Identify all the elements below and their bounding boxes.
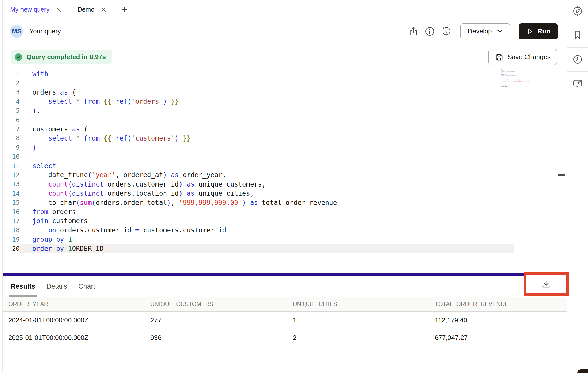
run-label: Run	[537, 27, 550, 35]
develop-dropdown[interactable]: Develop	[460, 23, 510, 39]
close-icon[interactable]	[56, 6, 62, 13]
column-header[interactable]: ORDER_YEAR	[8, 301, 150, 308]
download-icon	[541, 279, 551, 289]
code-text: count(distinct orders.location_id) as un…	[20, 189, 514, 198]
history-button[interactable]	[439, 24, 453, 39]
line-number: 4	[3, 98, 20, 105]
code-line-15[interactable]: 15 to_char(sum(orders.order_total), '999…	[3, 198, 514, 207]
new-tab-button[interactable]	[115, 0, 134, 19]
code-line-18[interactable]: 18 on orders.customer_id = customers.cus…	[3, 226, 514, 235]
code-line-13[interactable]: 13 count(distinct orders.customer_id) as…	[3, 180, 514, 189]
table-row: 2025-01-01T00:00:00.000Z9362677,047.27	[3, 329, 567, 346]
code-text: customers as (	[20, 124, 514, 133]
sql-editor: Query completed in 0.97s Save Changes 1w…	[3, 43, 567, 273]
status-text: Query completed in 0.97s	[26, 53, 106, 61]
code-line-3[interactable]: 3orders as (	[3, 88, 514, 97]
line-number: 3	[3, 88, 20, 96]
code-area[interactable]: 1with23orders as (4 select * from {{ ref…	[501, 68, 531, 87]
code-line-5[interactable]: 5),	[3, 106, 514, 115]
panel-resize-divider[interactable]	[3, 273, 567, 276]
code-line-1[interactable]: 1with	[3, 69, 514, 78]
code-line-11[interactable]: 11select	[3, 161, 514, 170]
code-text: date_trunc('year', ordered_at) as order_…	[20, 170, 514, 179]
code-text: group by 1	[20, 235, 514, 244]
ai-chat-icon	[572, 78, 583, 89]
code-line-16[interactable]: 16from orders	[3, 207, 514, 216]
main-area: My new queryDemo MS Your query	[3, 0, 567, 373]
table-row: 2024-01-01T00:00:00.000Z2771112,179.40	[3, 312, 567, 329]
app-window: My new queryDemo MS Your query	[0, 0, 588, 373]
code-text: order by 1ORDER_ID	[501, 86, 508, 87]
sidebar-ai-chat-button[interactable]	[567, 72, 588, 96]
window-corner-shape	[577, 369, 588, 373]
close-icon[interactable]	[100, 6, 107, 13]
info-button[interactable]	[422, 24, 437, 39]
table-body: 2024-01-01T00:00:00.000Z2771112,179.4020…	[3, 312, 567, 346]
line-number: 6	[3, 116, 20, 124]
run-button[interactable]: Run	[519, 23, 558, 39]
save-changes-button[interactable]: Save Changes	[488, 49, 557, 65]
chevron-down-icon	[497, 29, 503, 33]
results-tab-results[interactable]: Results	[11, 276, 35, 297]
scrollbar-handle[interactable]	[558, 174, 565, 176]
code-line-17[interactable]: 17join customers	[3, 216, 514, 225]
line-number: 5	[3, 107, 20, 114]
line-number: 14	[3, 190, 20, 197]
results-table: ORDER_YEARUNIQUE_CUSTOMERSUNIQUE_CITIEST…	[3, 297, 567, 346]
code-text: to_char(sum(orders.order_total), '999,99…	[20, 198, 514, 207]
results-tab-bar: ResultsDetailsChart	[3, 276, 567, 297]
line-number: 13	[3, 180, 20, 188]
clock-icon	[572, 54, 583, 65]
status-badge: Query completed in 0.97s	[11, 50, 112, 64]
results-tab-details[interactable]: Details	[47, 276, 67, 297]
code-line-7[interactable]: 7customers as (	[3, 124, 514, 133]
results-panel: ResultsDetailsChart ORDER_YEARUNIQUE_CUS…	[3, 276, 567, 373]
tab-demo[interactable]: Demo	[70, 0, 115, 19]
share-button[interactable]	[406, 24, 421, 39]
table-cell: 936	[150, 334, 293, 342]
code-line-14[interactable]: 14 count(distinct orders.location_id) as…	[3, 189, 514, 198]
code-text: )	[20, 143, 514, 152]
editor-scrollbar[interactable]	[558, 43, 565, 273]
sidebar-history-button[interactable]	[567, 48, 588, 72]
code-line-4[interactable]: 4 select * from {{ ref('orders') }}	[3, 97, 514, 106]
info-icon	[424, 26, 435, 37]
sidebar-explore-button[interactable]	[567, 0, 588, 22]
bookmark-icon	[572, 29, 583, 41]
code-line-20[interactable]: 20order by 1ORDER_ID	[501, 86, 531, 87]
code-line-12[interactable]: 12 date_trunc('year', ordered_at) as ord…	[3, 170, 514, 179]
tab-label: My new query	[10, 6, 50, 13]
results-tab-chart[interactable]: Chart	[78, 276, 95, 297]
line-number: 15	[3, 199, 20, 206]
table-cell: 677,047.27	[435, 334, 567, 342]
download-results-button[interactable]	[541, 279, 551, 289]
table-header-row: ORDER_YEARUNIQUE_CUSTOMERSUNIQUE_CITIEST…	[3, 297, 567, 312]
code-text: from orders	[20, 207, 514, 216]
editor-minimap[interactable]: 1with23orders as (4 select * from {{ ref…	[501, 68, 531, 92]
code-line-19[interactable]: 19group by 1	[3, 235, 514, 244]
code-line-9[interactable]: 9)	[3, 143, 514, 152]
code-line-8[interactable]: 8 select * from {{ ref('customers') }}	[3, 134, 514, 143]
code-area[interactable]: 1with23orders as (4 select * from {{ ref…	[3, 69, 514, 253]
save-icon	[495, 53, 503, 61]
column-header[interactable]: TOTAL_ORDER_REVENUE	[435, 301, 567, 308]
line-number: 9	[3, 144, 20, 151]
code-line-6[interactable]: 6	[3, 115, 514, 124]
sidebar-bookmarks-button[interactable]	[567, 22, 588, 48]
develop-label: Develop	[468, 27, 492, 35]
tab-list: My new queryDemo	[3, 0, 115, 19]
avatar[interactable]: MS	[10, 25, 23, 38]
column-header[interactable]: UNIQUE_CITIES	[293, 301, 435, 308]
line-number: 12	[3, 171, 20, 179]
tab-my-new-query[interactable]: My new query	[3, 0, 70, 19]
table-cell: 1	[293, 316, 435, 324]
line-number: 8	[3, 134, 20, 142]
table-cell: 2025-01-01T00:00:00.000Z	[8, 334, 150, 342]
code-text: ),	[20, 106, 514, 115]
code-line-10[interactable]: 10	[3, 152, 514, 161]
code-text: count(distinct orders.customer_id) as un…	[20, 180, 514, 189]
compass-icon	[572, 5, 583, 17]
code-line-2[interactable]: 2	[3, 78, 514, 87]
column-header[interactable]: UNIQUE_CUSTOMERS	[150, 301, 293, 308]
code-line-20[interactable]: 20order by 1ORDER_ID	[3, 244, 514, 253]
